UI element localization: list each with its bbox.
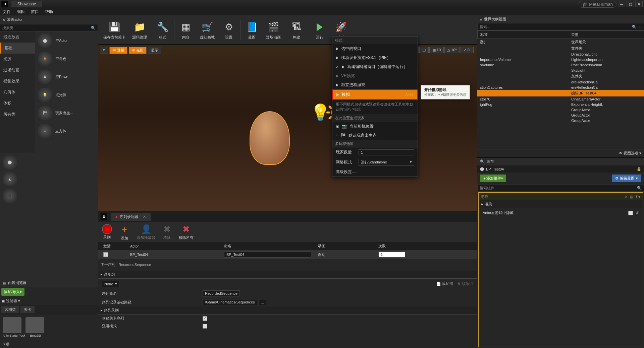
actor-empty-character[interactable]: 🧍空角色 xyxy=(35,50,98,68)
outliner-row[interactable]: sVolumePostProcessVolum xyxy=(477,62,644,68)
menu-advanced[interactable]: 高级设置...... xyxy=(332,167,418,177)
count-input[interactable] xyxy=(378,252,405,258)
cat-volumes[interactable]: 体积 xyxy=(0,98,35,109)
tool-play[interactable]: 运行 xyxy=(310,19,330,41)
outliner-row[interactable]: ctor76CineCameraActor xyxy=(477,96,644,102)
folder-animstarter[interactable]: AnimStarterPack xyxy=(3,317,23,337)
vp-lighting[interactable]: ☀ 光照 xyxy=(129,47,147,54)
active-checkbox[interactable]: ✓ xyxy=(103,252,108,257)
vp-perspective[interactable]: 👁 透视 xyxy=(109,47,127,54)
cat-geometry[interactable]: 几何体 xyxy=(0,87,35,98)
browse-button[interactable]: ... xyxy=(259,299,266,305)
vp-surface[interactable]: ▢ xyxy=(419,47,429,53)
cat-cinematic[interactable]: 过场动画 xyxy=(0,65,35,76)
tool-cinematic[interactable]: 🎬过场动画 xyxy=(263,19,283,41)
menu-new-editor-window[interactable]: ✓新建编辑器窗口（编辑器中运行） xyxy=(332,62,418,71)
cat-visual-fx[interactable]: 视觉效果 xyxy=(0,76,35,87)
cb-tab-blueprint[interactable]: 蓝图类 xyxy=(1,306,19,313)
render-section[interactable]: ▸ 渲染 xyxy=(479,200,643,208)
menu-file[interactable]: 文件 xyxy=(3,9,11,15)
remove-group-button[interactable]: 🗑 移除组 xyxy=(457,281,473,286)
menu-edit[interactable]: 编辑 xyxy=(17,9,25,15)
menu-mobile-preview[interactable]: 移动设备预览ES3.1（PIE） xyxy=(332,53,418,62)
seq-remove-button[interactable]: ✖移除 xyxy=(163,224,171,240)
cb-tab-level[interactable]: 关卡 xyxy=(20,306,35,313)
component-search[interactable]: 搜索组件 🔍 xyxy=(477,184,644,192)
outliner-row[interactable]: 器）世界场景 xyxy=(477,39,644,45)
outliner-row[interactable]: ightFogExponentialHeightL xyxy=(477,102,644,107)
seq-name-field[interactable]: RecordedSequence xyxy=(203,290,240,296)
place-actor-search[interactable]: 搜索类 🔍 xyxy=(0,24,98,31)
menu-window[interactable]: 窗口 xyxy=(31,9,39,15)
add-import-button[interactable]: 添加/导入 ▾ xyxy=(1,288,24,296)
folder-broad[interactable]: BroadSt xyxy=(25,317,46,337)
menu-standalone[interactable]: 独立进程游戏 xyxy=(332,80,418,89)
viewport[interactable]: ▾ 👁 透视 ☀ 光照 显示 ✥ 🌐 ▢ ▦ 10 △ 10° ⤢ 0. 💡 🔆 xyxy=(98,45,477,211)
seq-add-button[interactable]: ＋添加 xyxy=(120,223,129,241)
cat-recent[interactable]: 最近放置 xyxy=(0,31,35,43)
add-component-button[interactable]: ＋ 添加组件 ▾ xyxy=(480,175,506,182)
seq-recording-section[interactable]: ▸ 序列录制 xyxy=(98,306,477,315)
grid-icon[interactable]: ▦ xyxy=(630,195,633,199)
hidden-filter-input[interactable]: 隐藏 ✕ ▦ 👁▾ xyxy=(479,193,643,200)
seq-path-field[interactable]: /Game/Cinematics/Sequences xyxy=(203,299,257,305)
seq-add-player-button[interactable]: 👤添加播放器 xyxy=(137,224,155,240)
tool-source[interactable]: 📁源码管理 xyxy=(129,19,150,41)
vp-angle-snap[interactable]: △ 10° xyxy=(444,47,460,53)
reset-icon[interactable]: ↺ xyxy=(636,211,639,215)
tool-save[interactable]: 💾保存当前关卡 xyxy=(101,19,128,41)
add-icon[interactable]: ＋ xyxy=(638,24,642,29)
filter-button[interactable]: 过滤器 ▾ xyxy=(6,298,20,303)
player-count-input[interactable] xyxy=(359,149,414,155)
tool-content[interactable]: ▦内容 xyxy=(176,19,196,41)
minimize-button[interactable]: — xyxy=(618,1,625,7)
record-group-section[interactable]: ▸ 录制组 xyxy=(98,271,477,279)
seq-row[interactable]: ✓ BP_Test04 自动 xyxy=(98,250,477,259)
lock-icon[interactable]: 🔓 xyxy=(637,167,641,171)
vp-menu[interactable]: ▾ xyxy=(100,47,108,54)
tool-blueprint[interactable]: 📘蓝图 xyxy=(242,19,262,41)
outliner-row[interactable]: GroupActor xyxy=(477,118,644,123)
outliner-row[interactable]: ereReflectionCa xyxy=(477,79,644,85)
menu-selected-viewport[interactable]: 选中的视口 xyxy=(332,44,418,53)
vp-scale-snap[interactable]: ⤢ 0. xyxy=(461,47,474,53)
cat-all[interactable]: 所有类 xyxy=(0,109,35,120)
tool-marketplace[interactable]: 🛒虚幻商城 xyxy=(197,19,217,41)
actor-empty-actor[interactable]: ⬤空Actor xyxy=(35,31,98,50)
create-level-seq-checkbox[interactable]: ✓ xyxy=(203,316,207,321)
actor-player-start[interactable]: 🏁玩家出生··· xyxy=(35,104,98,122)
outliner-row[interactable]: ImportanceVolumeLightmassImportan xyxy=(477,57,644,62)
net-mode-dropdown[interactable]: 运行Standalone▾ xyxy=(359,159,414,166)
shape-cone-icon[interactable]: ▲ xyxy=(3,172,17,186)
eye-icon[interactable]: 👁▾ xyxy=(635,195,641,199)
actor-point-light[interactable]: 💡点光源 xyxy=(35,86,98,104)
seq-remove-all-button[interactable]: ✖移除所有 xyxy=(179,224,194,240)
shape-sphere-icon[interactable]: ⬤ xyxy=(3,155,17,169)
edit-blueprint-button[interactable]: ⚙ 编辑蓝图 ▾ xyxy=(612,175,641,182)
tool-settings[interactable]: ⚙设置 xyxy=(219,19,239,41)
seq-name-input[interactable] xyxy=(224,252,311,258)
view-options-button[interactable]: 👁 视图选项 ▾ xyxy=(619,151,641,155)
tool-mode[interactable]: 🔧模式 xyxy=(153,19,173,41)
outliner-row[interactable]: 编辑BP_Test04 xyxy=(477,90,644,96)
cat-basic[interactable]: 基础 xyxy=(0,43,35,54)
menu-default-start[interactable]: ○🏁默认玩家出生点 xyxy=(332,131,418,140)
close-tab-icon[interactable]: ✕ xyxy=(143,215,146,219)
maximize-button[interactable]: ▢ xyxy=(627,1,634,7)
menu-simulate[interactable]: 模拟Alt+S xyxy=(332,89,418,100)
seq-recorder-tab[interactable]: ● 序列录制器 ✕ xyxy=(111,213,151,221)
outliner-row[interactable]: 文件夹 xyxy=(477,73,644,79)
metahuman-badge[interactable]: 🎓 MetaHuman xyxy=(579,1,616,8)
vp-grid-snap[interactable]: ▦ 10 xyxy=(429,47,444,53)
outliner-row[interactable]: GroupActor xyxy=(477,113,644,118)
actor-cube[interactable]: ▫立方体 xyxy=(35,122,98,140)
cat-lights[interactable]: 光源 xyxy=(0,54,35,65)
outliner-search[interactable]: 搜索... 🔍 ＋ xyxy=(477,23,644,30)
outliner-row[interactable]: ctionCapturesereReflectionCa xyxy=(477,85,644,90)
outliner-row[interactable]: 文件夹 xyxy=(477,45,644,52)
menu-camera-location[interactable]: ◉📷当前相机位置 xyxy=(332,122,418,131)
vp-show[interactable]: 显示 xyxy=(148,47,161,54)
outliner-row[interactable]: GroupActor xyxy=(477,107,644,113)
tool-build[interactable]: 🏗构建 xyxy=(286,19,307,41)
group-dropdown[interactable]: None ▾ xyxy=(102,281,119,287)
